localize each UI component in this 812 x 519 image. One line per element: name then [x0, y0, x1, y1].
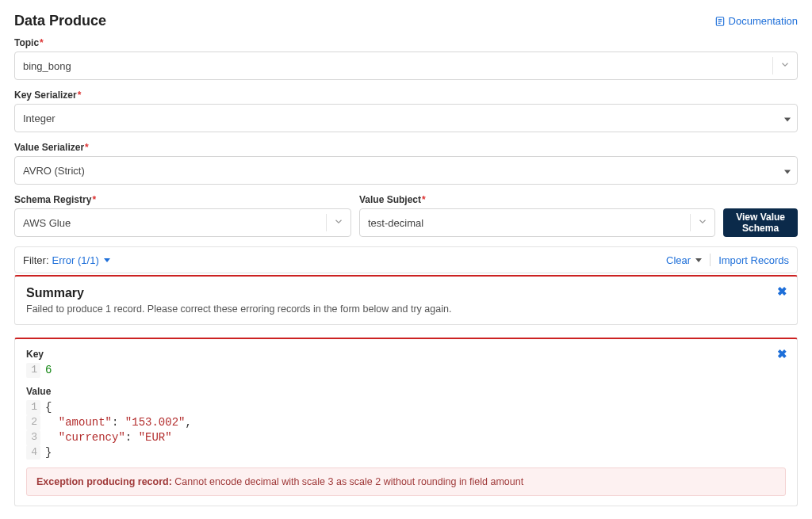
- filter-label: Filter:: [23, 254, 49, 266]
- schema-registry-value: AWS Glue: [23, 217, 71, 229]
- schema-registry-label: Schema Registry*: [14, 194, 351, 205]
- clear-label: Clear: [666, 254, 691, 266]
- summary-heading: Summary: [26, 286, 786, 300]
- record-box: ✖ Key 16 Value 1{2 "amount": "153.002",3…: [14, 338, 798, 506]
- value-serializer-label: Value Serializer*: [14, 142, 798, 153]
- key-serializer-value: Integer: [23, 113, 55, 124]
- record-error-text: Cannot encode decimal with scale 3 as sc…: [174, 476, 523, 487]
- caret-down-icon: [695, 258, 702, 262]
- record-value-editor[interactable]: 1{2 "amount": "153.002",3 "currency": "E…: [26, 400, 786, 460]
- value-subject-value: test-decimal: [368, 217, 423, 229]
- value-serializer-value: AVRO (Strict): [23, 165, 85, 177]
- documentation-icon: [714, 16, 726, 27]
- summary-box: ✖ Summary Failed to produce 1 record. Pl…: [14, 275, 798, 325]
- record-value-label: Value: [26, 386, 786, 397]
- key-serializer-select[interactable]: Integer: [14, 104, 798, 132]
- value-subject-label: Value Subject*: [359, 194, 715, 205]
- documentation-label: Documentation: [729, 15, 798, 27]
- import-records-link[interactable]: Import Records: [718, 254, 789, 266]
- documentation-link[interactable]: Documentation: [714, 15, 798, 27]
- topic-label: Topic*: [14, 37, 798, 48]
- filter-current: Error (1/1): [52, 254, 99, 266]
- chevron-down-icon: [779, 59, 791, 73]
- record-error-box: Exception producing record: Cannot encod…: [26, 467, 786, 496]
- view-value-schema-button[interactable]: View Value Schema: [723, 208, 798, 237]
- topic-value: bing_bong: [23, 60, 71, 72]
- chevron-down-icon: [333, 216, 344, 230]
- record-key-label: Key: [26, 349, 786, 360]
- summary-text: Failed to produce 1 record. Please corre…: [26, 303, 786, 315]
- value-serializer-select[interactable]: AVRO (Strict): [14, 156, 798, 185]
- key-serializer-label: Key Serializer*: [14, 90, 798, 101]
- topic-select[interactable]: bing_bong: [14, 52, 798, 80]
- caret-down-icon: [784, 113, 791, 124]
- page-title: Data Produce: [14, 13, 106, 29]
- record-key-editor[interactable]: 16: [26, 363, 786, 378]
- caret-down-icon: [784, 165, 791, 177]
- record-error-label: Exception producing record:: [36, 476, 172, 487]
- separator: [710, 254, 710, 266]
- chevron-down-icon: [697, 216, 708, 230]
- filter-bar: Filter: Error (1/1) Clear Import Records: [14, 246, 798, 273]
- select-divider: [690, 214, 691, 231]
- close-icon[interactable]: ✖: [777, 284, 787, 299]
- close-icon[interactable]: ✖: [777, 347, 787, 361]
- clear-dropdown[interactable]: Clear: [666, 254, 702, 266]
- select-divider: [326, 214, 327, 231]
- select-divider: [772, 57, 773, 74]
- caret-down-icon: [104, 258, 110, 262]
- value-subject-select[interactable]: test-decimal: [359, 208, 715, 237]
- filter-dropdown[interactable]: Error (1/1): [52, 254, 110, 266]
- schema-registry-select[interactable]: AWS Glue: [14, 208, 351, 237]
